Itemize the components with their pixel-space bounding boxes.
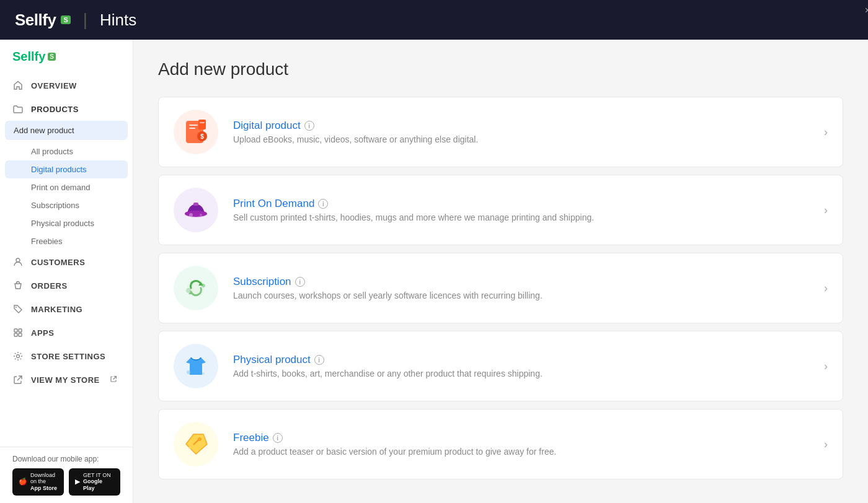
svg-point-17	[189, 213, 193, 217]
svg-text:$: $	[200, 133, 204, 140]
product-desc-digital: Upload eBooks, music, videos, software o…	[233, 134, 814, 144]
arrow-icon-print: ›	[824, 204, 828, 217]
product-info-digital: Digital product i Upload eBooks, music, …	[233, 120, 814, 144]
sidebar-item-customers-label: CUSTOMERS	[31, 258, 85, 267]
sidebar-subitem-add-new-product[interactable]: Add new product	[5, 121, 128, 140]
svg-point-0	[16, 258, 20, 262]
main-content: Add new product $ Digital product	[133, 40, 868, 503]
sidebar-subitem-digital-products[interactable]: Digital products	[5, 160, 128, 178]
sidebar-logo-badge: S	[48, 53, 56, 61]
sidebar-item-overview-label: OVERVIEW	[31, 81, 77, 90]
product-card-subscription[interactable]: Subscription i Launch courses, workshops…	[158, 253, 843, 323]
svg-rect-16	[193, 203, 198, 206]
info-icon-digital[interactable]: i	[304, 121, 314, 131]
svg-rect-3	[19, 329, 22, 332]
info-icon-physical[interactable]: i	[314, 355, 324, 365]
tag-icon	[12, 304, 24, 315]
topbar-logo-text: Sellfy	[15, 11, 56, 30]
product-info-freebie: Freebie i Add a product teaser or basic …	[233, 432, 814, 457]
sidebar-item-overview[interactable]: OVERVIEW	[0, 74, 133, 97]
info-icon-print[interactable]: i	[318, 199, 328, 209]
sidebar-subitem-add-new-product-label: Add new product	[14, 126, 74, 135]
app-store-label: Download on theApp Store	[30, 472, 58, 492]
sidebar-item-orders-label: ORDERS	[31, 281, 68, 291]
product-icon-subscription	[174, 266, 218, 310]
person-icon	[12, 256, 24, 268]
apple-icon: 🍎	[19, 478, 27, 486]
sidebar-bottom: Download our mobile app: × 🍎 Download on…	[0, 447, 133, 503]
sidebar-logo: SellfyS	[0, 40, 133, 71]
arrow-icon-digital: ›	[824, 126, 828, 139]
product-desc-physical: Add t-shirts, books, art, merchandise or…	[233, 369, 814, 378]
sidebar-item-products[interactable]: PRODUCTS	[0, 97, 133, 121]
product-desc-print: Sell custom printed t-shirts, hoodies, m…	[233, 212, 814, 222]
product-icon-physical	[174, 344, 218, 388]
svg-point-25	[202, 372, 205, 375]
sidebar-item-apps[interactable]: APPS	[0, 321, 133, 344]
external-link-icon	[12, 374, 24, 385]
topbar-logo-badge: S	[61, 15, 70, 24]
svg-rect-8	[189, 125, 198, 126]
main-layout: SellfyS OVERVIEW PRODUCTS Add new produc…	[0, 40, 868, 503]
svg-point-22	[186, 288, 191, 293]
sidebar: SellfyS OVERVIEW PRODUCTS Add new produc…	[0, 40, 133, 503]
sidebar-subitem-freebies-label: Freebies	[31, 237, 63, 246]
arrow-icon-physical: ›	[824, 360, 828, 373]
product-card-digital[interactable]: $ Digital product i Upload eBooks, music…	[158, 97, 843, 167]
product-name-subscription: Subscription i	[233, 276, 814, 288]
settings-icon	[12, 351, 24, 362]
arrow-icon-freebie: ›	[824, 438, 828, 451]
google-play-icon: ▶	[75, 478, 80, 486]
svg-point-1	[16, 307, 17, 308]
info-icon-freebie[interactable]: i	[273, 433, 283, 443]
product-card-print[interactable]: Print On Demand i Sell custom printed t-…	[158, 175, 843, 245]
sidebar-subitem-print-on-demand[interactable]: Print on demand	[0, 178, 133, 196]
svg-point-18	[200, 214, 202, 216]
sidebar-item-marketing[interactable]: MARKETING	[0, 297, 133, 321]
topbar-hints-title: Hints	[100, 11, 136, 30]
sidebar-item-products-label: PRODUCTS	[31, 105, 79, 114]
sidebar-item-store-settings[interactable]: STORE SETTINGS	[0, 344, 133, 368]
product-name-freebie: Freebie i	[233, 432, 814, 444]
product-desc-freebie: Add a product teaser or basic version of…	[233, 447, 814, 457]
arrow-icon-subscription: ›	[824, 282, 828, 295]
topbar-divider: |	[83, 11, 87, 28]
product-icon-print	[174, 188, 218, 232]
product-name-digital: Digital product i	[233, 120, 814, 132]
product-info-subscription: Subscription i Launch courses, workshops…	[233, 276, 814, 300]
sidebar-subitem-all-products-label: All products	[31, 147, 73, 156]
svg-point-24	[187, 370, 190, 374]
product-info-print: Print On Demand i Sell custom printed t-…	[233, 198, 814, 222]
sidebar-logo-text: Sellfy	[12, 50, 45, 64]
product-card-freebie[interactable]: Freebie i Add a product teaser or basic …	[158, 409, 843, 479]
svg-point-6	[17, 355, 20, 358]
sidebar-item-customers[interactable]: CUSTOMERS	[0, 250, 133, 274]
google-play-button[interactable]: ▶ GET IT ONGoogle Play	[69, 468, 120, 496]
page-title: Add new product	[158, 59, 843, 79]
sidebar-subitem-subscriptions[interactable]: Subscriptions	[0, 196, 133, 214]
folder-icon	[12, 103, 24, 115]
sidebar-item-store-settings-label: STORE SETTINGS	[31, 352, 105, 361]
product-name-physical: Physical product i	[233, 354, 814, 366]
product-name-print: Print On Demand i	[233, 198, 814, 210]
product-icon-digital: $	[174, 110, 218, 154]
svg-rect-9	[189, 128, 195, 129]
svg-point-23	[202, 284, 205, 287]
sidebar-subitem-freebies[interactable]: Freebies	[0, 232, 133, 250]
google-play-label: GET IT ONGoogle Play	[83, 472, 114, 492]
app-store-button[interactable]: 🍎 Download on theApp Store	[12, 468, 64, 496]
download-app-text: Download our mobile app:	[12, 455, 99, 463]
svg-rect-5	[19, 333, 22, 336]
sidebar-nav: OVERVIEW PRODUCTS Add new product All pr…	[0, 71, 133, 447]
svg-rect-10	[198, 120, 206, 129]
svg-point-28	[188, 447, 191, 449]
app-stores: 🍎 Download on theApp Store ▶ GET IT ONGo…	[12, 468, 120, 496]
product-info-physical: Physical product i Add t-shirts, books, …	[233, 354, 814, 378]
sidebar-subitem-physical-products[interactable]: Physical products	[0, 214, 133, 232]
product-card-physical[interactable]: Physical product i Add t-shirts, books, …	[158, 331, 843, 401]
info-icon-subscription[interactable]: i	[295, 277, 305, 287]
sidebar-item-orders[interactable]: ORDERS	[0, 274, 133, 297]
svg-rect-2	[14, 329, 17, 332]
sidebar-subitem-all-products[interactable]: All products	[0, 142, 133, 160]
sidebar-item-view-my-store[interactable]: VIEW MY STORE	[0, 368, 133, 391]
